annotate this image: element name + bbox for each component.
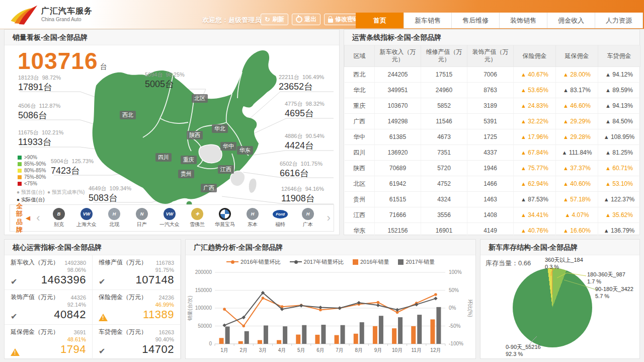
bar-2017年销量: [321, 325, 326, 344]
column-header: 区域: [345, 45, 375, 67]
table-row[interactable]: 江西7166635561408▲ 34.41%▲ 4.07%▲ 35.62%: [345, 207, 640, 223]
tab-human-resources[interactable]: 人力资源: [595, 13, 643, 28]
svg-text:8月: 8月: [355, 347, 363, 353]
brand-filter-item[interactable]: H东本: [239, 208, 267, 228]
brand-filter-item[interactable]: H北现: [101, 208, 128, 228]
svg-text:50%: 50%: [449, 287, 459, 293]
up-arrow-icon: ▲: [604, 228, 609, 234]
table-row[interactable]: 西北244205175157006▲ 40.67%▲ 28.00%▲ 94.12…: [345, 67, 640, 83]
table-row[interactable]: 北区6194247521466▲ 62.94%▲ 40.60%▲ 53.10%: [345, 176, 640, 192]
metric-rate: 46.99%: [155, 301, 174, 308]
map-legend-notes: ● 预算值(台) ● 预算完成率(%) ● 实际值(台): [17, 188, 85, 203]
brand-filter-item[interactable]: 华晨宝马: [211, 208, 239, 228]
table-row[interactable]: 贵州6151543241463▲ 87.53%▲ 57.18%▲ 122.37%: [345, 192, 640, 207]
brand-filter-item[interactable]: B别克: [45, 208, 73, 228]
tab-decoration-sales[interactable]: 装饰销售: [499, 13, 547, 28]
map-region-label[interactable]: 西北: [120, 111, 136, 119]
map-region-label[interactable]: 华东: [237, 146, 253, 155]
brand-scroll-left-icon[interactable]: ‹: [31, 208, 45, 228]
bar-2016年销量: [315, 335, 319, 344]
bmw-logo-icon: [219, 208, 231, 220]
bar-2016年销量: [430, 319, 435, 344]
bar-2017年销量: [436, 307, 441, 344]
app-header: 广汇汽车服务 China Grand Auto 欢迎您：超级管理员 ↻刷新退出修…: [0, 0, 644, 29]
brand-filter-item[interactable]: N日产: [128, 208, 156, 228]
tab-home[interactable]: 首页: [356, 13, 404, 28]
up-arrow-icon: ▲: [605, 71, 611, 78]
bar-2016年销量: [219, 338, 224, 344]
brand-logo-icon: B: [53, 208, 65, 220]
legend-item[interactable]: 2017年销量: [398, 258, 434, 266]
brand-filter-item[interactable]: ✚雪佛兰: [184, 208, 211, 228]
map-region-label[interactable]: 重庆: [181, 156, 197, 164]
metric-card: 维修产值（万元） 11678391.75% ✔ 107148: [93, 255, 181, 290]
table-row[interactable]: 广西149298115465391▲ 32.22%▲ 29.29%▲ 84.50…: [345, 114, 640, 129]
check-icon: ✔: [11, 312, 17, 321]
svg-text:6月: 6月: [316, 347, 325, 353]
bar-2016年销量: [392, 328, 396, 344]
table-row[interactable]: 重庆10367058523189▲ 24.83%▲ 46.60%▲ 94.13%: [345, 98, 640, 114]
legend-item: 85%-90%: [18, 161, 46, 167]
table-row[interactable]: 华中6138546731725▲ 17.96%▲ 29.28%▲ 108.95%: [345, 129, 640, 145]
bar-2016年销量: [335, 335, 339, 344]
metric-value: 1794: [60, 343, 86, 356]
nav-tabs: 首页新车销售售后维修装饰销售佣金收入人力资源: [356, 13, 643, 28]
ops-panel-title: 运营条线指标-全国-全部品牌: [344, 30, 639, 45]
brand-filter-item[interactable]: VW上海大众: [73, 208, 101, 228]
metric-value: 1463396: [41, 273, 86, 286]
table-row[interactable]: 华东152156169014149▲ 40.76%▲ 16.60%▲ 136.7…: [345, 223, 640, 239]
legend-item[interactable]: 2017年销量环比: [290, 258, 344, 266]
logo-title: 广汇汽车服务: [41, 6, 93, 17]
trend-panel-title: 广汇趋势分析-全国-全部品牌: [186, 240, 475, 255]
brand-filter-item[interactable]: H广本: [294, 208, 322, 228]
sales-panel-title: 销量看板-全国-全部品牌: [5, 30, 339, 45]
svg-text:3月: 3月: [259, 347, 267, 353]
svg-text:7月: 7月: [336, 347, 344, 353]
map-region-label[interactable]: 贵州: [178, 170, 194, 178]
company-logo: 广汇汽车服务 China Grand Auto: [8, 3, 93, 26]
brand-filter-item[interactable]: Ford福特: [267, 208, 294, 228]
logout-button[interactable]: 退出: [292, 14, 320, 25]
column-header: 延保佣金: [556, 45, 598, 67]
metric-value: 14702: [142, 343, 174, 356]
svg-text:50000: 50000: [198, 323, 212, 329]
table-row[interactable]: 四川13692073514337▲ 67.84%▲ 111.84%▲ 81.25…: [345, 145, 640, 161]
brand-scroll-right-icon[interactable]: ›: [322, 208, 336, 228]
brand-logo-icon: ✚: [191, 208, 203, 220]
map-region-label[interactable]: 四川: [155, 153, 172, 162]
legend-item[interactable]: 2016年销量环比: [226, 258, 280, 266]
up-arrow-icon: ▲: [521, 118, 526, 124]
legend-item[interactable]: 2016年销量: [353, 258, 389, 266]
tab-new-car-sales[interactable]: 新车销售: [404, 13, 451, 28]
svg-text:12月: 12月: [430, 347, 441, 353]
up-arrow-icon: ▲: [605, 118, 611, 124]
up-arrow-icon: ▲: [562, 150, 568, 156]
map-region-label[interactable]: 华中: [220, 142, 236, 151]
table-row[interactable]: 陕西7068957201946▲ 75.77%▲ 37.37%▲ 60.71%: [345, 161, 640, 176]
tab-after-sales[interactable]: 售后维修: [451, 13, 499, 28]
warning-icon: [11, 348, 20, 356]
map-taiwan: [249, 178, 257, 193]
check-icon: ✔: [99, 346, 105, 356]
map-region-label[interactable]: 华北: [212, 124, 228, 133]
map-color-legend: >90%85%-90%80%-85%75%-80%<75%: [18, 154, 46, 187]
brand-filter-label[interactable]: 全部品牌: [10, 202, 23, 234]
map-region-label[interactable]: 陕西: [187, 131, 203, 139]
trend-chart[interactable]: 200000100%15000050%1000000%50000-50%0-10…: [186, 267, 475, 359]
brand-filter-item[interactable]: VW一汽大众: [156, 208, 184, 228]
up-arrow-icon: ▲: [565, 212, 570, 218]
metric-value: 107148: [136, 273, 174, 286]
map-region-label[interactable]: 广西: [201, 184, 217, 192]
svg-text:4月: 4月: [278, 347, 286, 353]
map-region-label[interactable]: 江西: [218, 165, 234, 174]
total-sales-unit: 台: [100, 62, 107, 70]
column-header: 维修产值（万元）: [421, 45, 467, 67]
region-callout: 6502台 101.75%6616台: [280, 161, 323, 179]
tab-commission-income[interactable]: 佣金收入: [547, 13, 595, 28]
metric-rate: 92.14%: [67, 301, 86, 308]
refresh-button[interactable]: ↻刷新: [261, 14, 288, 25]
china-map-area: 103716 台 18123台 98.72%17891台 4506台 112.8…: [5, 45, 339, 206]
brand-logo-icon: H: [247, 208, 259, 220]
map-region-label[interactable]: 北区: [192, 94, 208, 103]
table-row[interactable]: 华北349951249608763▲ 53.65%▲ 83.17%▲ 89.59…: [345, 83, 640, 98]
